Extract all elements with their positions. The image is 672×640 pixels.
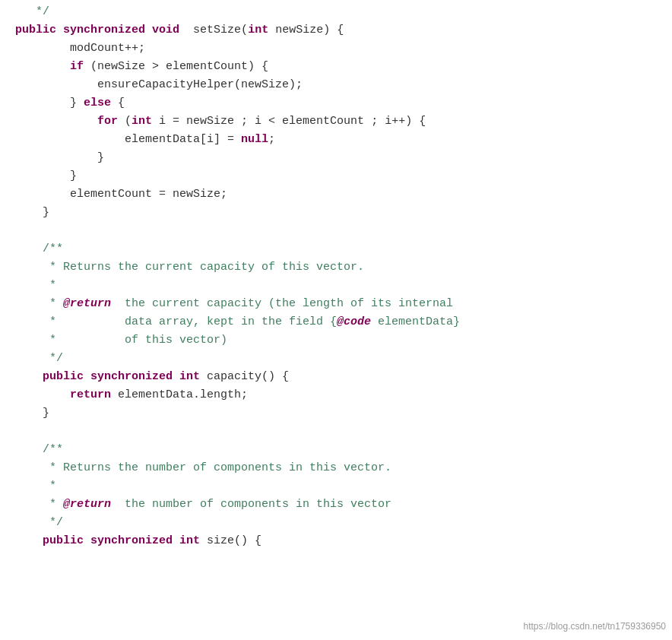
code-line: /** [15, 441, 672, 459]
code-line: * [15, 277, 672, 295]
code-line: modCount++; [15, 40, 672, 58]
code-line [15, 423, 672, 441]
code-line: * @return the current capacity (the leng… [15, 295, 672, 313]
code-line: * Returns the number of components in th… [15, 459, 672, 477]
code-line: * of this vector) [15, 331, 672, 350]
code-line: if (newSize > elementCount) { [15, 58, 672, 76]
code-line [15, 222, 672, 240]
code-line: * data array, kept in the field {@code e… [15, 313, 672, 331]
code-line: elementData[i] = null; [15, 131, 672, 149]
code-line: */ [15, 514, 672, 532]
watermark: https://blog.csdn.net/tn1759336950 [524, 619, 666, 634]
code-line: public synchronized int size() { [15, 532, 672, 550]
code-line: } [15, 149, 672, 167]
code-line: } [15, 404, 672, 423]
code-line: /** [15, 240, 672, 258]
code-line: ensureCapacityHelper(newSize); [15, 76, 672, 94]
code-line: public synchronized void setSize(int new… [15, 21, 672, 40]
code-line: */ [15, 350, 672, 368]
code-line: * [15, 477, 672, 496]
code-line: return elementData.length; [15, 386, 672, 404]
code-viewer: */ public synchronized void setSize(int … [0, 0, 672, 640]
code-line: elementCount = newSize; [15, 185, 672, 204]
code-line: public synchronized int capacity() { [15, 368, 672, 386]
code-line: */ [15, 3, 672, 21]
code-line: } [15, 167, 672, 185]
code-line: } else { [15, 94, 672, 112]
code-line: * Returns the current capacity of this v… [15, 258, 672, 277]
code-line: * @return the number of components in th… [15, 496, 672, 514]
code-line: for (int i = newSize ; i < elementCount … [15, 112, 672, 131]
code-line: } [15, 204, 672, 222]
